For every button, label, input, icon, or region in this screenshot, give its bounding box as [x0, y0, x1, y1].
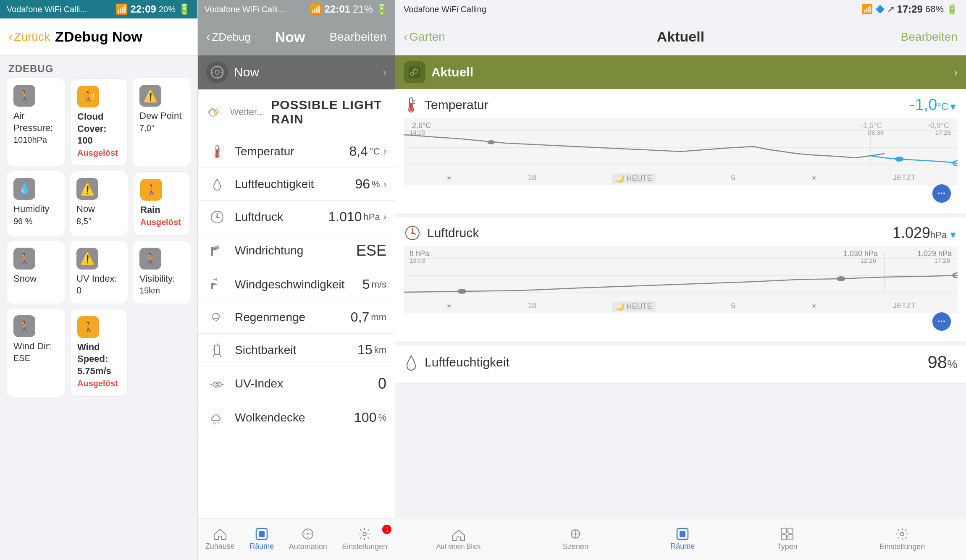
luftdruck-chart: 8 hPa 13:03 1.030 hPa 12:26 1.029 hPa 17…: [404, 246, 958, 313]
svg-point-13: [216, 154, 219, 157]
aktuell-icon: [404, 61, 425, 83]
svg-point-81: [457, 289, 466, 294]
windgeschwindigkeit-icon: [206, 277, 228, 292]
back-label-3[interactable]: Garten: [409, 30, 445, 44]
weather-row-uv-index: UV-Index 0: [198, 366, 395, 401]
edit-button-3[interactable]: Bearbeiten: [899, 30, 958, 44]
einstellungen-3-label: Einstellungen: [879, 542, 925, 551]
back-chevron-3: ‹: [404, 30, 407, 44]
raume-3-label: Räume: [670, 542, 695, 551]
tab-raume-3[interactable]: Räume: [670, 528, 695, 551]
back-label-2[interactable]: ZDebug: [212, 31, 251, 44]
tab-szenen[interactable]: Szenen: [563, 527, 588, 551]
snow-icon: 🚶: [13, 248, 35, 270]
aktuell-header[interactable]: Aktuell ›: [395, 55, 966, 89]
raume-label: Räume: [249, 542, 274, 551]
scene-icon: [206, 61, 228, 83]
svg-line-77: [412, 233, 416, 234]
tab-typen[interactable]: Typen: [777, 527, 798, 551]
wolkendecke-icon: [206, 410, 228, 425]
luftfeuchtigkeit-label: Luftfeuchtigkeit: [235, 178, 349, 191]
panel-zdebug: Vodafone WiFi Calli... 📶 22:09 20% 🔋 ‹ Z…: [0, 0, 197, 560]
battery-2: 21%: [353, 3, 373, 15]
automation-label: Automation: [289, 542, 327, 551]
sensor-luftdruck-icon: [404, 224, 421, 242]
auf-einen-blick-icon: [452, 529, 465, 541]
tab-raume[interactable]: Räume: [249, 528, 274, 551]
battery-icon-2: 🔋: [375, 3, 388, 15]
nav-bar-2: ‹ ZDebug Now Bearbeiten: [198, 18, 395, 55]
sensor-card-temperatur: Temperatur -1,0°C▼: [395, 89, 966, 213]
back-chevron-2: ‹: [206, 30, 210, 44]
tab-einstellungen-3[interactable]: Einstellungen: [879, 527, 925, 551]
time-2: 22:01: [325, 3, 350, 15]
weather-row-luftfeuchtigkeit[interactable]: Luftfeuchtigkeit 96%›: [198, 168, 395, 201]
grid-item-air-pressure: 🚶 Air Pressure:1010hPa: [7, 78, 65, 166]
scene-header[interactable]: Now ›: [198, 55, 395, 89]
svg-point-63: [410, 108, 413, 111]
svg-point-1: [215, 70, 219, 74]
tab-automation[interactable]: Automation: [289, 527, 327, 551]
scene-title: Now: [234, 65, 377, 79]
uv-index-icon: [206, 376, 228, 391]
back-button-3[interactable]: ‹ Garten: [404, 30, 462, 44]
zuhause-icon: [213, 528, 227, 540]
nav-title-3: Aktuell: [462, 29, 899, 45]
svg-rect-31: [218, 319, 219, 320]
wind-speed-icon: 🚶: [77, 316, 99, 338]
sensor-luftfeuchtigkeit-icon: [404, 353, 419, 371]
weather-row-luftdruck[interactable]: Luftdruck 1.010hPa›: [198, 201, 395, 233]
temperatur-chart: 2,6°C 14:55 -1,5°C 08:38 -0,9°C 17:28 ☀ …: [404, 118, 958, 185]
temperatur-more-button[interactable]: ···: [932, 184, 951, 203]
weather-row-regenmenge: Regenmenge 0,7mm: [198, 301, 395, 334]
raume-icon: [255, 528, 268, 540]
back-label-1[interactable]: Zurück: [14, 30, 50, 44]
rain-label: RainAusgelöst: [140, 204, 181, 228]
sensor-card-luftfeuchtigkeit: Luftfeuchtigkeit 98%: [395, 345, 966, 384]
windrichtung-label: Windrichtung: [235, 244, 349, 257]
weather-row-wolkendecke: Wolkendecke 100%: [198, 401, 395, 434]
nav-bar-3: ‹ Garten Aktuell Bearbeiten: [395, 18, 966, 55]
tab-zuhause[interactable]: Zuhause: [205, 528, 235, 551]
typen-label: Typen: [777, 542, 798, 551]
back-button-2[interactable]: ‹ ZDebug: [206, 30, 251, 44]
wetter-label: Wetter...: [230, 107, 265, 118]
sensor-luftfeuchtigkeit-value: 98%: [927, 352, 958, 372]
luftfeuchtigkeit-value: 96%›: [355, 176, 386, 192]
grid-1: 🚶 Air Pressure:1010hPa 🚶 ‼️ Cloud Cover:…: [0, 78, 197, 397]
aktuell-arrow: ›: [954, 66, 958, 79]
carrier-3: Vodafone WiFi Calling: [404, 5, 486, 14]
panel-aktuell: Vodafone WiFi Calling 📶 🔷 ↗ 17:29 68% 🔋 …: [395, 0, 966, 560]
svg-point-71: [895, 157, 904, 162]
status-icons-3: 📶 🔷 ↗ 17:29 68% 🔋: [861, 3, 958, 15]
svg-line-9: [219, 109, 220, 110]
weather-row-temperatur[interactable]: Temperatur 8,4°C›: [198, 135, 395, 168]
battery-icon-3: 🔋: [946, 4, 958, 15]
luftdruck-more-button[interactable]: ···: [932, 312, 951, 331]
svg-rect-90: [781, 528, 786, 533]
windrichtung-value: ESE: [356, 242, 386, 259]
wetter-icon: [206, 105, 223, 120]
status-bar-1: Vodafone WiFi Calli... 📶 22:09 20% 🔋: [0, 0, 197, 18]
tab-einstellungen[interactable]: 1 Einstellungen: [342, 527, 387, 551]
zuhause-label: Zuhause: [205, 542, 235, 551]
svg-point-48: [307, 533, 309, 535]
einstellungen-badge: 1: [382, 525, 391, 534]
windrichtung-icon: [206, 243, 228, 258]
luftfeuchtigkeit-icon: [206, 177, 228, 192]
luftdruck-value: 1.010hPa›: [328, 209, 386, 225]
uv-label: UV Index: 0: [76, 273, 121, 297]
sensor-temperatur-value: -1,0°C▼: [910, 96, 958, 114]
nav-title-2: Now: [251, 29, 330, 45]
svg-line-42: [213, 422, 214, 424]
sensor-temperatur-icon: [404, 96, 419, 114]
edit-button-2[interactable]: Bearbeiten: [330, 30, 386, 44]
back-button-1[interactable]: ‹ Zurück: [8, 30, 50, 44]
svg-line-44: [218, 422, 219, 424]
uv-index-label: UV-Index: [235, 377, 371, 390]
svg-line-43: [215, 422, 216, 424]
grid-item-wind-dir: 🚶 Wind Dir:ESE: [7, 309, 65, 397]
grid-item-snow: 🚶 Snow: [7, 241, 65, 304]
einstellungen-label: Einstellungen: [342, 542, 387, 551]
tab-auf-einen-blick[interactable]: Auf einen Blick: [436, 529, 481, 550]
